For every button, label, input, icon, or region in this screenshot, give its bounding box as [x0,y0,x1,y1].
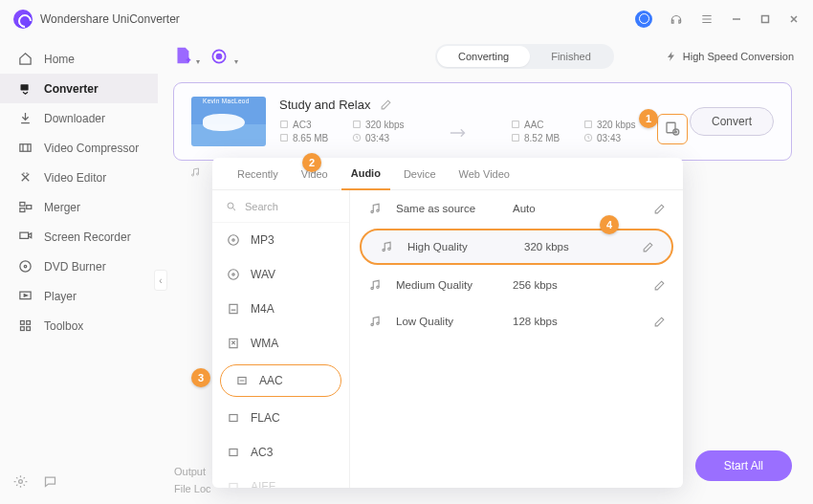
svg-point-43 [371,287,373,289]
format-ac3[interactable]: AC3 [212,435,349,470]
size-icon: 8.65 MB [279,133,335,143]
quality-list: Same as sourceAuto High Quality320 kbps … [350,190,683,488]
svg-rect-4 [19,208,24,212]
toolbox-icon [17,318,33,334]
tab-recently[interactable]: Recently [228,158,288,190]
format-aiff[interactable]: AIFF [212,470,349,488]
file-card: Kevin MacLeod Study and Relax AC3 320 kb… [173,82,792,161]
callout-1: 1 [639,109,658,128]
recorder-icon [17,230,33,245]
menu-icon[interactable] [700,12,714,26]
sidebar-item-downloader[interactable]: Downloader [0,103,158,133]
app-title: Wondershare UniConverter [40,12,180,26]
format-aac[interactable]: AAC [220,364,341,397]
start-all-button[interactable]: Start All [695,450,792,481]
edit-quality-icon[interactable] [653,279,666,292]
output-format-badge [189,166,201,178]
source-specs: AC3 320 kbps 8.65 MB 03:43 [279,120,407,146]
format-search[interactable]: Search [212,190,349,223]
svg-point-30 [232,239,234,241]
quality-high[interactable]: High Quality320 kbps [360,229,673,265]
maximize-icon[interactable] [759,13,771,25]
svg-point-29 [229,235,239,246]
format-list: Search MP3 WAV M4A WMA AAC FLAC AC3 AIFF [212,190,350,488]
music-icon [367,201,383,216]
svg-point-28 [228,203,233,208]
feedback-icon[interactable] [43,474,57,489]
sidebar-item-label: Home [44,53,75,66]
svg-point-46 [377,322,379,324]
svg-rect-18 [281,135,288,142]
edit-quality-icon[interactable] [653,203,666,215]
file-thumbnail: Kevin MacLeod [191,97,266,146]
edit-title-icon[interactable] [380,99,392,111]
converter-icon [17,81,33,97]
format-wma[interactable]: WMA [212,326,349,361]
quality-low[interactable]: Low Quality128 kbps [350,303,683,340]
close-icon[interactable] [788,13,800,25]
svg-rect-17 [354,121,361,128]
svg-rect-6 [19,232,28,238]
user-avatar-icon[interactable] [635,11,652,28]
sidebar-item-merger[interactable]: Merger [0,192,158,222]
sidebar-item-compressor[interactable]: Video Compressor [0,133,158,163]
sidebar-collapse-handle[interactable]: ‹ [154,270,167,291]
sidebar-item-label: Toolbox [44,319,83,333]
svg-rect-38 [230,484,237,489]
thumbnail-label: Kevin MacLeod [203,98,250,104]
callout-4: 4 [600,215,619,234]
quality-same[interactable]: Same as sourceAuto [350,190,683,227]
tab-audio[interactable]: Audio [341,158,390,190]
quality-medium[interactable]: Medium Quality256 kbps [350,267,683,303]
sidebar-item-dvd[interactable]: DVD Burner [0,252,158,281]
edit-quality-icon[interactable] [653,316,666,328]
tab-finished[interactable]: Finished [530,46,612,67]
sidebar-item-home[interactable]: Home [0,44,158,74]
callout-3: 3 [191,368,210,387]
headset-icon[interactable] [670,12,683,26]
codec-icon: AC3 [279,120,335,130]
sidebar-item-editor[interactable]: Video Editor [0,163,158,192]
music-icon [367,314,383,329]
svg-point-15 [217,55,222,59]
convert-button[interactable]: Convert [690,107,774,136]
duration-icon: 03:43 [352,133,407,143]
search-placeholder: Search [245,201,278,212]
output-settings-button[interactable] [657,114,688,144]
format-m4a[interactable]: M4A [212,292,349,326]
file-icon [226,410,241,426]
sidebar-item-recorder[interactable]: Screen Recorder [0,222,158,252]
tab-webvideo[interactable]: Web Video [450,158,519,190]
tab-device[interactable]: Device [394,158,446,190]
svg-rect-24 [667,122,675,133]
sidebar-item-player[interactable]: Player [0,281,158,311]
svg-rect-22 [513,135,519,142]
file-icon [234,373,250,388]
sidebar: Home Converter Downloader Video Compress… [0,38,158,504]
svg-point-39 [371,210,373,212]
sidebar-item-label: Player [44,290,77,303]
sidebar-item-converter[interactable]: Converter [0,74,158,103]
file-icon [226,479,241,488]
add-file-button[interactable]: ▾ [171,45,194,68]
disc-icon [226,267,241,282]
toolbar: ▾ ▾ Converting Finished High Speed Conve… [158,38,807,75]
format-mp3[interactable]: MP3 [212,223,349,257]
arrow-icon [448,126,471,140]
settings-icon[interactable] [13,474,28,489]
tab-converting[interactable]: Converting [437,46,530,67]
add-record-button[interactable]: ▾ [208,45,231,68]
app-logo [13,10,33,29]
minimize-icon[interactable] [731,13,742,25]
svg-point-47 [19,480,23,484]
sidebar-item-toolbox[interactable]: Toolbox [0,311,158,340]
svg-point-44 [377,286,379,288]
titlebar: Wondershare UniConverter [0,0,813,38]
svg-rect-0 [762,16,769,23]
high-speed-toggle[interactable]: High Speed Conversion [666,51,794,62]
edit-quality-icon[interactable] [642,241,654,253]
file-icon [226,301,241,317]
format-wav[interactable]: WAV [212,257,349,292]
format-flac[interactable]: FLAC [212,401,349,435]
svg-rect-12 [20,327,24,331]
